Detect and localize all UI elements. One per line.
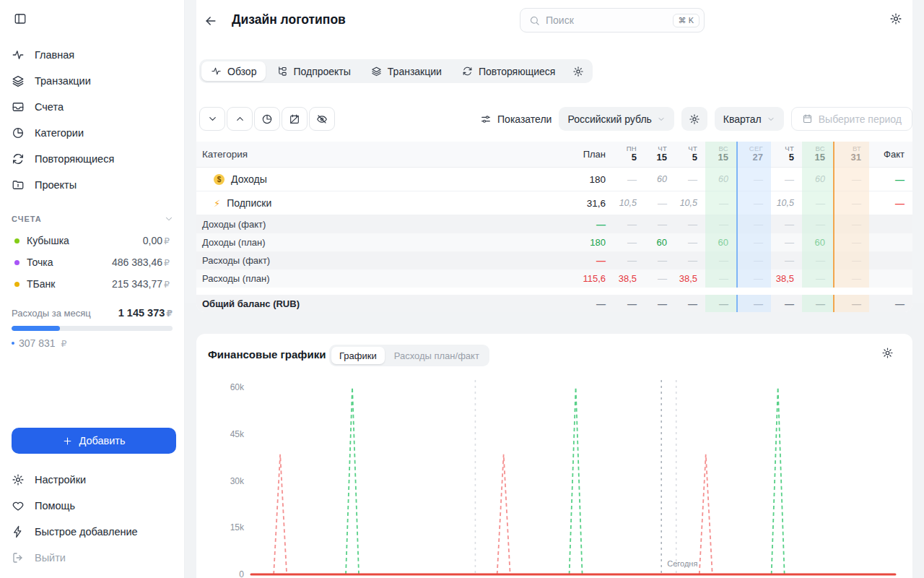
cell-day: 10,5 xyxy=(771,198,802,208)
financial-chart: 015k30k45k60kСегодня xyxy=(196,334,912,578)
account-name: Точка xyxy=(27,256,53,268)
table-row-income-fact: Доходы (факт) — — — — — — — — — xyxy=(196,215,912,233)
pie-chart-icon xyxy=(261,113,273,125)
currency-symbol: ₽ xyxy=(164,258,170,268)
table-row-expenses-fact: Расходы (факт) — — — — — — — — — xyxy=(196,251,912,269)
chevron-down-icon[interactable] xyxy=(164,214,174,224)
cell-day: — xyxy=(614,237,645,248)
cell-day: — xyxy=(645,198,675,209)
month-progress-fill xyxy=(12,326,60,331)
column-day: ВТ31 xyxy=(833,145,869,164)
cell-day: — xyxy=(675,298,705,309)
lightning-icon xyxy=(12,525,25,538)
row-label: Доходы (план) xyxy=(196,237,570,248)
currency-symbol: ₽ xyxy=(164,280,170,290)
chart-tab-graphs[interactable]: Графики xyxy=(331,347,385,364)
money-bag-icon: $ xyxy=(214,174,225,185)
page-title: Дизайн логотипов xyxy=(232,12,346,27)
arrow-left-icon xyxy=(204,14,218,28)
add-button-label: Добавить xyxy=(79,435,125,447)
back-button[interactable] xyxy=(204,14,221,28)
sidebar-item-help[interactable]: Помощь xyxy=(0,493,184,519)
expand-rows-button[interactable] xyxy=(227,107,253,131)
sidebar-item-label: Помощь xyxy=(35,500,75,512)
activity-icon xyxy=(211,66,222,77)
app: Главная Транзакции Счета Категории Повто… xyxy=(0,0,924,578)
account-row[interactable]: ТБанк 215 343,77₽ xyxy=(0,273,184,295)
cell-day: — xyxy=(736,255,771,266)
table-row-subscriptions-category[interactable]: ⚡Подписки 31,6 10,5 — 10,5 — — 10,5 — — … xyxy=(196,191,912,215)
account-row[interactable]: Точка 486 383,46₽ xyxy=(0,251,184,273)
search-input[interactable] xyxy=(546,14,673,26)
cell-day: — xyxy=(645,219,675,230)
tab-overview[interactable]: Обзор xyxy=(201,61,266,81)
table-settings-gear-icon[interactable] xyxy=(681,107,707,131)
collapse-rows-button[interactable] xyxy=(199,107,225,131)
month-sub-value: 307 831₽ xyxy=(12,337,173,349)
cell-day: — xyxy=(645,255,675,266)
calendar-off-button[interactable] xyxy=(282,107,308,131)
layers-icon xyxy=(12,74,25,87)
period-dropdown-value: Квартал xyxy=(723,113,762,125)
sidebar-toggle-icon[interactable] xyxy=(10,9,30,29)
add-button[interactable]: Добавить xyxy=(12,428,176,454)
sidebar-item-transactions[interactable]: Транзакции xyxy=(0,68,184,94)
sidebar-item-categories[interactable]: Категории xyxy=(0,120,184,146)
currency-dropdown[interactable]: Российский рубль xyxy=(559,107,674,131)
column-day: ВС15 xyxy=(705,145,736,164)
sidebar-item-logout[interactable]: Выйти xyxy=(0,545,184,571)
cell-day: — xyxy=(833,219,869,230)
sidebar-item-quick-add[interactable]: Быстрое добавление xyxy=(0,519,184,545)
cell-day: — xyxy=(705,219,736,230)
sidebar-item-accounts[interactable]: Счета xyxy=(0,94,184,120)
cell-day: — xyxy=(705,255,736,266)
hide-values-button[interactable] xyxy=(309,107,335,131)
cell-day: — xyxy=(675,174,705,185)
sidebar-item-label: Выйти xyxy=(35,552,66,564)
accounts-section-header: СЧЕТА xyxy=(12,214,174,224)
sidebar-item-projects[interactable]: Проекты xyxy=(0,172,184,198)
tabs-settings-gear-icon[interactable] xyxy=(566,61,590,81)
indicators-button[interactable]: Показатели xyxy=(480,113,552,125)
row-label: Доходы xyxy=(231,173,267,185)
budget-table: Категория План ПН5 ЧТ15 ЧТ5 ВС15 СЕГ27 Ч… xyxy=(196,142,912,312)
sidebar-footer: Настройки Помощь Быстрое добавление Выйт… xyxy=(0,467,184,571)
tab-recurring[interactable]: Повторяющиеся xyxy=(453,61,565,81)
column-day: ПН5 xyxy=(614,145,645,164)
search-box[interactable]: ⌘ K xyxy=(520,8,705,33)
cell-day: 10,5 xyxy=(614,198,645,208)
table-row-income-plan: Доходы (план) 180 — 60 — 60 — — 60 — xyxy=(196,233,912,251)
table-row-income-category[interactable]: $Доходы 180 — 60 — 60 — — 60 — — xyxy=(196,168,912,191)
planned-expenses-value: 307 831 xyxy=(19,337,56,349)
pie-view-button[interactable] xyxy=(254,107,280,131)
table-row-expenses-plan: Расходы (план) 115,6 38,5 — 38,5 — — 38,… xyxy=(196,269,912,288)
cell-day: — xyxy=(736,174,771,185)
column-day: ЧТ15 xyxy=(645,145,675,164)
cell-day: — xyxy=(736,298,771,309)
sidebar-item-home[interactable]: Главная xyxy=(0,42,184,68)
sidebar: Главная Транзакции Счета Категории Повто… xyxy=(0,0,185,578)
table-gap xyxy=(196,288,912,295)
select-period-label: Выберите период xyxy=(819,113,902,125)
table-header-row: Категория План ПН5 ЧТ15 ЧТ5 ВС15 СЕГ27 Ч… xyxy=(196,142,912,168)
account-row[interactable]: Кубышка 0,00₽ xyxy=(0,230,184,251)
tab-subprojects[interactable]: Подпроекты xyxy=(267,61,359,81)
sidebar-item-recurring[interactable]: Повторяющиеся xyxy=(0,146,184,172)
cell-day: — xyxy=(645,273,675,284)
period-dropdown[interactable]: Квартал xyxy=(715,107,784,131)
month-progress-bar xyxy=(12,326,173,331)
chart-tab-plan-fact[interactable]: Расходы план/факт xyxy=(386,347,487,364)
sidebar-item-label: Проекты xyxy=(35,179,77,191)
currency-symbol: ₽ xyxy=(164,236,170,246)
account-color-dot xyxy=(14,282,19,287)
cell-day: 38,5 xyxy=(614,273,645,284)
sidebar-item-label: Транзакции xyxy=(35,75,91,87)
select-period-button[interactable]: Выберите период xyxy=(791,107,912,131)
header-settings-gear-icon[interactable] xyxy=(889,12,902,25)
account-balance: 0,00 xyxy=(143,235,162,246)
row-label: Доходы (факт) xyxy=(196,219,570,230)
sidebar-item-settings[interactable]: Настройки xyxy=(0,467,184,493)
column-fact: Факт xyxy=(869,149,912,160)
tab-transactions[interactable]: Транзакции xyxy=(362,61,451,81)
chart-settings-gear-icon[interactable] xyxy=(881,347,894,359)
